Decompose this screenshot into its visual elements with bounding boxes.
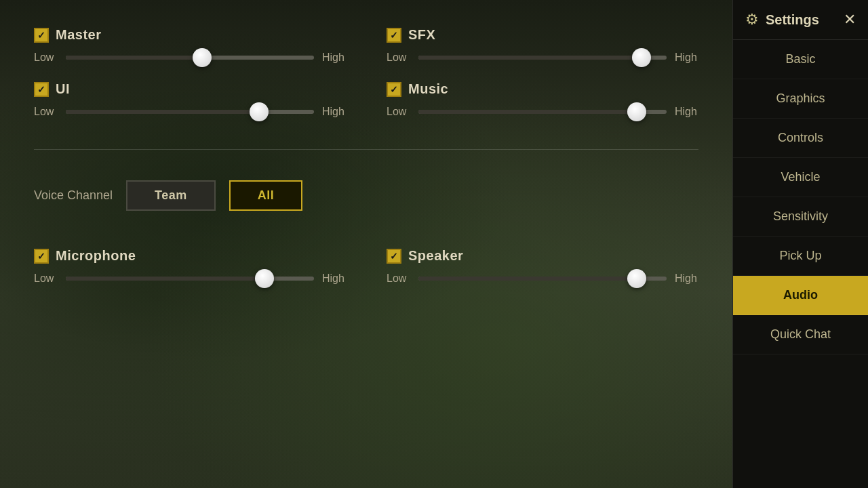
sidebar-item-vehicle[interactable]: Vehicle (733, 158, 868, 197)
master-slider[interactable] (66, 51, 314, 64)
mic-slider[interactable] (66, 272, 314, 285)
row-mic-speaker: ✓ Microphone Low High (34, 248, 698, 285)
music-header: ✓ Music (387, 81, 698, 97)
settings-panel: ✓ Master Low High (34, 27, 698, 285)
speaker-thumb[interactable] (627, 269, 646, 288)
mic-thumb[interactable] (255, 269, 274, 288)
voice-all-button[interactable]: All (229, 180, 303, 211)
sidebar-item-sensitivity[interactable]: Sensitivity (733, 197, 868, 237)
speaker-checkbox[interactable]: ✓ (387, 249, 401, 264)
sfx-header: ✓ SFX (387, 27, 698, 43)
music-section: ✓ Music Low High (387, 81, 698, 119)
sidebar-item-basic[interactable]: Basic (733, 40, 868, 79)
sfx-thumb[interactable] (632, 48, 651, 67)
music-thumb[interactable] (627, 102, 646, 121)
voice-channel-row: Voice Channel Team All (34, 180, 698, 211)
master-low: Low (34, 52, 58, 64)
ui-label: UI (56, 81, 70, 97)
music-label: Music (408, 81, 448, 97)
divider (34, 149, 698, 150)
sidebar-item-graphics[interactable]: Graphics (733, 79, 868, 119)
ui-thumb[interactable] (250, 102, 269, 121)
ui-header: ✓ UI (34, 81, 346, 97)
voice-channel-label: Voice Channel (34, 188, 113, 203)
music-checkbox[interactable]: ✓ (387, 82, 401, 97)
sfx-section: ✓ SFX Low High (387, 27, 698, 64)
audio-controls: ✓ Master Low High (34, 27, 698, 285)
master-header: ✓ Master (34, 27, 346, 43)
sidebar-header: ⚙ Settings ✕ (733, 0, 868, 40)
music-slider[interactable] (418, 105, 667, 119)
main-content: ✓ Master Low High (0, 0, 732, 488)
master-slider-row: Low High (34, 51, 346, 64)
music-low: Low (387, 106, 410, 118)
mic-high: High (322, 272, 346, 285)
speaker-low: Low (387, 272, 410, 285)
sfx-checkbox[interactable]: ✓ (387, 28, 401, 43)
ui-checkbox[interactable]: ✓ (34, 82, 49, 97)
mic-slider-row: Low High (34, 272, 346, 285)
speaker-slider-row: Low High (387, 272, 698, 285)
sidebar-title: Settings (766, 12, 819, 28)
ui-high: High (322, 106, 346, 118)
sidebar-item-quickchat[interactable]: Quick Chat (733, 315, 868, 354)
gear-icon: ⚙ (745, 11, 759, 28)
sidebar-item-controls[interactable]: Controls (733, 119, 868, 158)
mic-low: Low (34, 272, 58, 285)
ui-slider[interactable] (66, 105, 314, 119)
master-section: ✓ Master Low High (34, 27, 346, 64)
sidebar-item-pickup[interactable]: Pick Up (733, 237, 868, 276)
music-slider-row: Low High (387, 105, 698, 119)
close-button[interactable]: ✕ (844, 12, 856, 27)
sfx-high: High (675, 52, 698, 64)
row-ui-music: ✓ UI Low High (34, 81, 698, 119)
master-thumb[interactable] (193, 48, 212, 67)
speaker-section: ✓ Speaker Low High (387, 248, 698, 285)
speaker-slider[interactable] (418, 272, 667, 285)
microphone-section: ✓ Microphone Low High (34, 248, 346, 285)
master-label: Master (56, 27, 101, 43)
sfx-slider-row: Low High (387, 51, 698, 64)
ui-slider-row: Low High (34, 105, 346, 119)
row-master-sfx: ✓ Master Low High (34, 27, 698, 64)
ui-low: Low (34, 106, 58, 118)
mic-label: Microphone (56, 248, 136, 264)
sfx-label: SFX (408, 27, 435, 43)
sidebar: ⚙ Settings ✕ Basic Graphics Controls Veh… (732, 0, 868, 488)
sidebar-item-audio[interactable]: Audio (733, 276, 868, 315)
mic-header: ✓ Microphone (34, 248, 346, 264)
mic-checkbox[interactable]: ✓ (34, 249, 49, 264)
master-checkbox[interactable]: ✓ (34, 28, 49, 43)
ui-section: ✓ UI Low High (34, 81, 346, 119)
sfx-slider[interactable] (418, 51, 667, 64)
speaker-label: Speaker (408, 248, 463, 264)
music-high: High (675, 106, 698, 118)
master-high: High (322, 52, 346, 64)
speaker-high: High (675, 272, 698, 285)
speaker-header: ✓ Speaker (387, 248, 698, 264)
voice-team-button[interactable]: Team (126, 180, 216, 211)
sfx-low: Low (387, 52, 410, 64)
